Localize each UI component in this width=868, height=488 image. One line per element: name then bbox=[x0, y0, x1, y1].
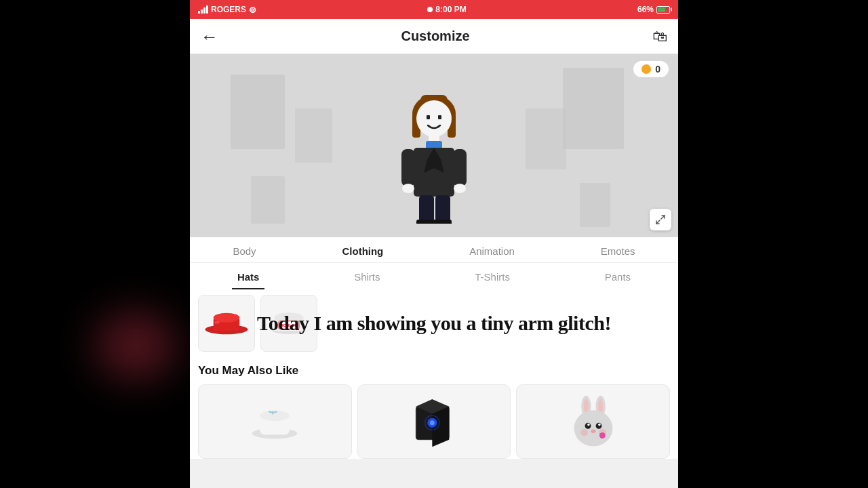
svg-point-4 bbox=[416, 100, 452, 137]
status-center: 8:00 PM bbox=[427, 5, 466, 14]
svg-rect-5 bbox=[427, 115, 430, 119]
avatar-figure bbox=[387, 68, 481, 224]
expand-button[interactable] bbox=[650, 209, 671, 230]
subtab-pants[interactable]: Pants bbox=[599, 268, 636, 289]
recommendations-grid bbox=[198, 384, 670, 459]
recording-indicator bbox=[427, 7, 433, 12]
time-label: 8:00 PM bbox=[435, 5, 466, 14]
subtab-tshirts[interactable]: T-Shirts bbox=[469, 268, 515, 289]
svg-rect-23 bbox=[215, 321, 220, 324]
white-hat-icon bbox=[248, 398, 302, 445]
svg-rect-17 bbox=[433, 220, 452, 224]
signal-icon bbox=[198, 5, 208, 14]
svg-point-48 bbox=[580, 428, 588, 436]
item-roblox-cap[interactable]: ROBLOX bbox=[260, 295, 317, 352]
svg-point-13 bbox=[454, 184, 466, 193]
svg-rect-10 bbox=[401, 149, 415, 186]
currency-badge: 0 bbox=[633, 61, 669, 77]
svg-point-36 bbox=[430, 420, 435, 425]
svg-point-50 bbox=[599, 432, 606, 439]
sub-tabs: Hats Shirts T-Shirts Pants bbox=[190, 263, 678, 289]
tab-body[interactable]: Body bbox=[227, 244, 261, 258]
tab-animation[interactable]: Animation bbox=[464, 244, 520, 258]
currency-amount: 0 bbox=[655, 64, 660, 75]
svg-rect-12 bbox=[453, 149, 467, 186]
red-hat-icon bbox=[203, 306, 250, 340]
category-tabs: Body Clothing Animation Emotes bbox=[190, 237, 678, 263]
currency-icon bbox=[642, 64, 651, 74]
right-panel bbox=[678, 0, 868, 488]
subtab-hats[interactable]: Hats bbox=[232, 268, 265, 289]
cart-button[interactable]: 🛍 bbox=[652, 28, 667, 45]
avatar-svg bbox=[387, 68, 481, 224]
svg-point-47 bbox=[591, 429, 595, 432]
svg-rect-15 bbox=[435, 195, 450, 222]
svg-rect-6 bbox=[438, 115, 441, 119]
recommendations-title: You May Also Like bbox=[198, 364, 670, 378]
roblox-cap-icon: ROBLOX bbox=[266, 306, 312, 340]
rec-item-bunny-head[interactable] bbox=[516, 384, 670, 459]
svg-point-11 bbox=[402, 184, 414, 193]
items-with-overlay: ROBLOX Today I am showing you a tiny arm… bbox=[190, 289, 678, 357]
svg-point-22 bbox=[214, 313, 240, 323]
battery-icon bbox=[656, 6, 670, 14]
subtab-shirts[interactable]: Shirts bbox=[349, 268, 385, 289]
recommendations-section: You May Also Like bbox=[190, 357, 678, 459]
items-grid: ROBLOX bbox=[198, 295, 670, 352]
carrier-label: ROGERS bbox=[211, 5, 246, 14]
rec-item-white-hat[interactable] bbox=[198, 384, 352, 459]
status-bar: ROGERS ⊚ 8:00 PM 66% bbox=[190, 0, 678, 19]
back-button[interactable]: ← bbox=[201, 28, 218, 45]
svg-point-42 bbox=[574, 410, 612, 446]
svg-text:ROBLOX: ROBLOX bbox=[281, 323, 298, 327]
avatar-preview: 0 bbox=[190, 54, 678, 237]
expand-icon bbox=[655, 214, 666, 225]
tab-emotes[interactable]: Emotes bbox=[595, 244, 641, 258]
nav-bar: ← Customize 🛍 bbox=[190, 19, 678, 54]
phone-container: ROGERS ⊚ 8:00 PM 66% ← Customize 🛍 bbox=[190, 0, 678, 488]
items-section: ROBLOX bbox=[190, 289, 678, 357]
item-red-hat[interactable] bbox=[198, 295, 255, 352]
status-right: 66% bbox=[637, 5, 670, 14]
svg-rect-14 bbox=[419, 195, 434, 222]
battery-percent: 66% bbox=[637, 5, 654, 14]
svg-rect-16 bbox=[416, 220, 435, 224]
status-left: ROGERS ⊚ bbox=[198, 5, 256, 15]
left-panel bbox=[0, 0, 190, 488]
bunny-head-icon bbox=[566, 393, 620, 451]
tab-clothing[interactable]: Clothing bbox=[336, 244, 389, 258]
svg-point-46 bbox=[598, 423, 601, 426]
page-title: Customize bbox=[401, 28, 469, 44]
wifi-icon: ⊚ bbox=[249, 5, 256, 15]
rec-item-black-cube[interactable] bbox=[357, 384, 511, 459]
black-cube-icon bbox=[407, 394, 461, 449]
svg-point-45 bbox=[587, 423, 590, 426]
